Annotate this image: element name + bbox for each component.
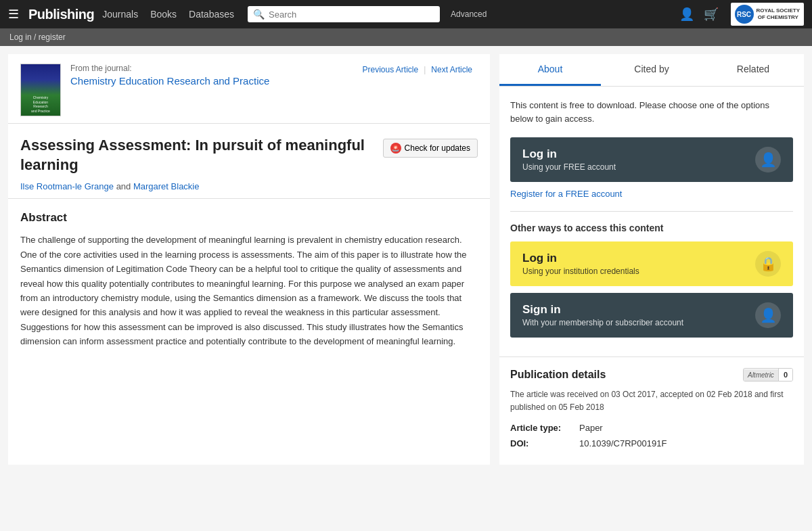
- nav-databases[interactable]: Databases: [189, 9, 234, 20]
- check-updates-label: Check for updates: [405, 143, 470, 153]
- tab-about[interactable]: About: [499, 54, 601, 86]
- nav-links: Journals Books Databases: [102, 9, 234, 20]
- login-bar: Log in / register: [0, 28, 812, 46]
- user-icon-free: 👤: [760, 152, 777, 168]
- tab-related[interactable]: Related: [702, 54, 804, 86]
- cart-icon[interactable]: 🛒: [704, 7, 719, 22]
- article-title-row: Assessing Assessment: In pursuit of mean…: [20, 136, 478, 175]
- brand-logo: Publishing: [28, 7, 94, 22]
- login-institution-button[interactable]: Log in Using your institution credential…: [510, 241, 793, 286]
- article-header: ChemistryEducationResearchand Practice F…: [8, 54, 490, 124]
- publication-details: Publication details Altmetric 0 The arti…: [499, 356, 804, 465]
- from-journal-label: From the journal:: [70, 64, 347, 73]
- nav-icons: 👤 🛒: [679, 7, 719, 22]
- article-title-area: Assessing Assessment: In pursuit of mean…: [8, 124, 490, 199]
- author-separator: and: [114, 181, 133, 191]
- article-type-value: Paper: [579, 423, 603, 433]
- sidebar-tabs: About Cited by Related: [499, 54, 804, 87]
- abstract-text: The challenge of supporting the developm…: [20, 233, 478, 349]
- sign-in-member-icon: 👤: [755, 302, 781, 328]
- altmetric-score: 0: [778, 369, 792, 381]
- login-register-link[interactable]: Log in / register: [9, 32, 66, 42]
- sign-in-member-text: Sign in With your membership or subscrib…: [522, 303, 683, 327]
- article-type-label: Article type:: [510, 423, 571, 433]
- search-bar: 🔍: [248, 6, 440, 22]
- abstract-heading: Abstract: [20, 211, 478, 225]
- updates-icon: 🚨: [390, 143, 401, 154]
- next-article-btn[interactable]: Next Article: [426, 64, 478, 76]
- journal-info: From the journal: Chemistry Education Re…: [70, 64, 347, 87]
- tab-cited-by[interactable]: Cited by: [601, 54, 702, 86]
- other-ways-title: Other ways to access this content: [510, 223, 793, 233]
- rsc-logo-circle: RSC: [735, 5, 754, 24]
- register-link[interactable]: Register for a FREE account: [510, 189, 793, 199]
- divider: [510, 211, 793, 212]
- pub-details-title: Publication details: [510, 369, 606, 381]
- article-panel: ChemistryEducationResearchand Practice F…: [8, 54, 490, 465]
- nav-journals[interactable]: Journals: [102, 9, 138, 20]
- pub-dates-text: The article was received on 03 Oct 2017,…: [510, 388, 793, 413]
- pub-details-header: Publication details Altmetric 0: [510, 368, 793, 382]
- article-navigation: Previous Article | Next Article: [357, 64, 478, 76]
- sidebar-content: This content is free to download. Please…: [499, 87, 804, 356]
- doi-label: DOI:: [510, 438, 571, 448]
- journal-name-link[interactable]: Chemistry Education Research and Practic…: [70, 75, 269, 87]
- rsc-logo-text: ROYAL SOCIETY OF CHEMISTRY: [757, 7, 800, 20]
- main-container: ChemistryEducationResearchand Practice F…: [0, 46, 812, 473]
- sign-in-member-button[interactable]: Sign in With your membership or subscrib…: [510, 293, 793, 338]
- login-free-button[interactable]: Log in Using your FREE account 👤: [510, 137, 793, 182]
- login-free-text: Log in Using your FREE account: [522, 147, 616, 172]
- sidebar: About Cited by Related This content is f…: [499, 54, 804, 465]
- doi-value: 10.1039/C7RP00191F: [579, 438, 667, 448]
- login-institution-sub: Using your institution credentials: [522, 267, 639, 276]
- nav-books[interactable]: Books: [150, 9, 177, 20]
- author-1-link[interactable]: Ilse Rootman-le Grange: [20, 181, 114, 191]
- login-free-sub: Using your FREE account: [522, 162, 616, 172]
- sign-in-member-sub: With your membership or subscriber accou…: [522, 318, 683, 327]
- advanced-search-link[interactable]: Advanced: [451, 9, 487, 19]
- author-2-link[interactable]: Margaret Blackie: [133, 181, 200, 191]
- login-free-main: Log in: [522, 147, 616, 161]
- lock-icon: 🔒: [760, 256, 777, 272]
- user-icon[interactable]: 👤: [679, 7, 694, 22]
- article-title: Assessing Assessment: In pursuit of mean…: [20, 136, 375, 175]
- search-icon: 🔍: [253, 9, 265, 20]
- article-type-row: Article type: Paper: [510, 423, 793, 433]
- doi-row: DOI: 10.1039/C7RP00191F: [510, 438, 793, 448]
- rsc-logo: RSC ROYAL SOCIETY OF CHEMISTRY: [731, 3, 804, 26]
- user-icon-member: 👤: [760, 307, 777, 323]
- search-input[interactable]: [269, 9, 434, 20]
- access-intro-text: This content is free to download. Please…: [510, 99, 793, 125]
- login-free-icon: 👤: [755, 147, 781, 172]
- login-institution-text: Log in Using your institution credential…: [522, 252, 639, 276]
- article-authors: Ilse Rootman-le Grange and Margaret Blac…: [20, 181, 478, 191]
- hamburger-icon[interactable]: ☰: [8, 7, 19, 22]
- abstract-area: Abstract The challenge of supporting the…: [8, 199, 490, 361]
- journal-cover: ChemistryEducationResearchand Practice: [20, 64, 61, 116]
- prev-article-btn[interactable]: Previous Article: [357, 64, 424, 76]
- altmetric-badge: Altmetric 0: [743, 368, 793, 382]
- login-institution-main: Log in: [522, 252, 639, 265]
- check-updates-button[interactable]: 🚨 Check for updates: [383, 139, 478, 158]
- top-navigation: ☰ Publishing Journals Books Databases 🔍 …: [0, 0, 812, 28]
- altmetric-label: Altmetric: [744, 369, 778, 381]
- sign-in-member-main: Sign in: [522, 303, 683, 317]
- journal-cover-text: ChemistryEducationResearchand Practice: [31, 95, 50, 113]
- login-institution-icon: 🔒: [755, 251, 781, 277]
